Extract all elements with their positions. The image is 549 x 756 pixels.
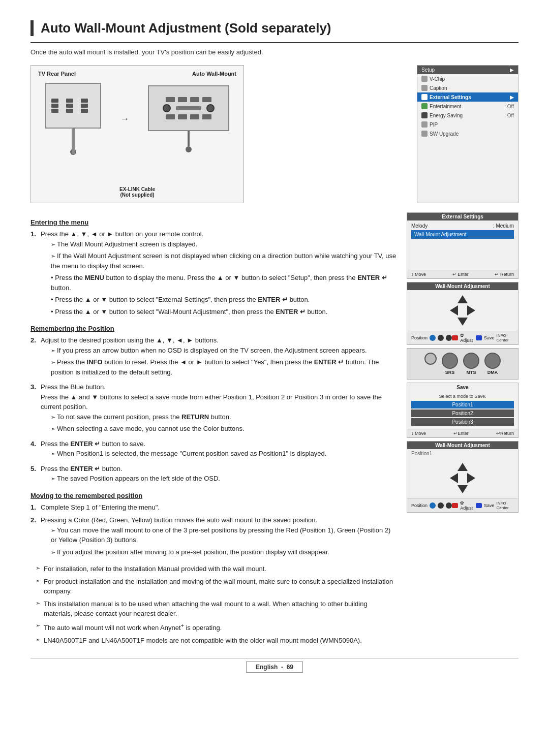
note-3: This installation manual is to be used w… — [36, 599, 396, 619]
move-sub-2b: If you adjust the position after moving … — [51, 547, 396, 557]
arrow-right — [467, 305, 475, 316]
notes-section: For installation, refer to the Installat… — [30, 564, 396, 645]
footer-bar: English - 69 — [30, 658, 518, 673]
direction-arrows-2 — [450, 463, 475, 493]
position-label-1: Position — [411, 335, 428, 340]
move-sub-2a: You can move the wall mount to one of th… — [51, 525, 396, 545]
arrow-down — [458, 318, 468, 326]
setup-menu-entertainment: Entertainment : Off — [417, 102, 518, 111]
melody-row: Melody : Medium — [411, 223, 514, 229]
sub-1a: The Wall Mount Adjustment screen is disp… — [51, 239, 396, 249]
footer-page: 69 — [287, 664, 293, 671]
entering-menu-heading: Entering the menu — [30, 218, 396, 226]
arrow-down-2 — [458, 485, 468, 493]
mts-btn — [463, 353, 479, 369]
arrow-right-2 — [467, 473, 475, 483]
step-1: 1. Press the ▲, ▼, ◄ or ► button on your… — [30, 229, 396, 319]
save-option-2: Position2 — [411, 410, 514, 417]
note-4: The auto wall mount will not work when A… — [36, 621, 396, 633]
move-step-2: 2. Pressing a Color (Red, Green, Yellow)… — [30, 515, 396, 559]
setup-menu-box: Setup ▶ V-Chip Caption · External Settin… — [417, 65, 518, 203]
pos-dot-1 — [430, 335, 436, 341]
save-subtitle: Select a mode to Save. — [411, 394, 514, 399]
ext-settings-footer: ↕ Move ↵ Enter ↩ Return — [407, 270, 518, 278]
btn-blue-1 — [476, 335, 482, 340]
btn-blue-2 — [476, 503, 482, 508]
bullet-1b: Press the ▲ or ▼ button to select "Exter… — [51, 295, 396, 305]
position-label-2: Position — [411, 503, 428, 508]
wall-adj-footer-2: Position ✿ Adjust Save INFO Center — [407, 498, 518, 512]
bullet-1a: Press the MENU button to display the men… — [51, 273, 396, 293]
sub-4a: When Position1 is selected, the message … — [51, 449, 326, 459]
note-1: For installation, refer to the Installat… — [36, 564, 396, 574]
external-settings-title: External Settings — [407, 213, 518, 220]
small-btn-left — [424, 353, 437, 365]
wall-mount-adj-label: Wall-Mount Adjustment — [411, 230, 514, 239]
diagram-box: TV Rear Panel Auto Wall-Mount → — [30, 65, 244, 203]
srs-btn — [442, 353, 458, 369]
wall-adjust-panel-1: Wall-Mount Adjusment Position — [407, 282, 518, 345]
save-panel-footer: ↕ Move ↵Enter ↩Return — [407, 429, 518, 437]
arrow-left — [450, 305, 458, 316]
save-option-1: Position1 — [411, 401, 514, 408]
move-step-1: 1. Complete Step 1 of "Entering the menu… — [30, 502, 396, 513]
save-panel: Save Select a mode to Save. Position1 Po… — [407, 383, 518, 438]
step-2: 2. Adjust to the desired position using … — [30, 335, 396, 379]
color-btn-row-1: ✿ Adjust Save INFO Center — [452, 333, 514, 343]
pos-dot-2a — [430, 502, 436, 509]
wall-adj-footer-1: Position ✿ Adjust Save INFO Center — [407, 331, 518, 344]
sub-1b: If the Wall Mount Adjustment screen is n… — [51, 251, 396, 271]
arrow-up-2 — [458, 463, 468, 471]
footer-language: English — [256, 664, 278, 671]
moving-steps: 1. Complete Step 1 of "Entering the menu… — [30, 502, 396, 559]
mount-label: Auto Wall-Mount — [192, 71, 236, 77]
entering-menu-steps: 1. Press the ▲, ▼, ◄ or ► button on your… — [30, 229, 396, 319]
setup-menu-vcip: V-Chip — [417, 74, 518, 83]
btn-red-1 — [452, 335, 458, 340]
dma-btn — [484, 353, 501, 369]
bullet-1c: Press the ▲ or ▼ button to select "Wall-… — [51, 307, 396, 317]
note-2: For product installation and the install… — [36, 577, 396, 596]
wall-adj-title-1: Wall-Mount Adjusment — [407, 282, 518, 290]
save-option-3: Position3 — [411, 418, 514, 426]
sub-2b: Press the INFO button to reset. Press th… — [51, 357, 396, 377]
step-5: 5. Press the ENTER ↵ button. The saved P… — [30, 464, 396, 486]
pos-dot-2 — [438, 335, 444, 341]
wall-mount-device — [148, 85, 229, 131]
left-content: Entering the menu 1. Press the ▲, ▼, ◄ o… — [30, 212, 396, 648]
pos-dot-2b — [438, 502, 444, 509]
tv-buttons-panel: SRS MTS DMA — [407, 348, 518, 380]
setup-menu-caption: Caption · — [417, 83, 518, 92]
btn-red-2 — [452, 503, 458, 508]
note-5: LN40A500T1F and LN46A500T1F models are n… — [36, 636, 396, 646]
intro-text: Once the auto wall mount is installed, y… — [30, 48, 518, 56]
wall-adjust-panel-2: Wall-Mount Adjusment Position1 Position — [407, 441, 518, 513]
tv-rear-label: TV Rear Panel — [38, 71, 76, 77]
moving-position-heading: Moving to the remembered position — [30, 492, 396, 499]
external-settings-panel: External Settings Melody : Medium Wall-M… — [407, 212, 518, 279]
arrow-up — [458, 295, 468, 303]
right-panels: External Settings Melody : Medium Wall-M… — [407, 212, 518, 648]
exlink-label: EX-LINK Cable (Not supplied) — [38, 186, 236, 198]
step-3: 3. Press the Blue button. Press the ▲ an… — [30, 382, 396, 436]
setup-menu-header: Setup ▶ — [417, 66, 518, 74]
footer-box: English - 69 — [246, 662, 303, 673]
pos-dot-2c — [446, 502, 452, 509]
setup-menu-energy: Energy Saving : Off — [417, 111, 518, 120]
sub-5a: The saved Position appears on the left s… — [51, 474, 220, 484]
remembering-position-heading: Remembering the Position — [30, 325, 396, 332]
arrow-left-2 — [450, 473, 458, 483]
setup-menu-swupgrade: SW Upgrade — [417, 129, 518, 138]
diagram-arrow: → — [120, 114, 129, 124]
sub-2a: If you press an arrow button when no OSD… — [51, 345, 396, 356]
sub-3b: When selecting a save mode, you cannot u… — [51, 424, 396, 434]
tv-rear-panel — [45, 83, 101, 129]
page-title: Auto Wall-Mount Adjustment (Sold separat… — [30, 20, 518, 36]
wall-adj-title-2: Wall-Mount Adjusment — [407, 442, 518, 449]
save-title: Save — [407, 383, 518, 392]
direction-arrows — [450, 295, 475, 326]
setup-menu-external: External Settings ▶ — [417, 92, 518, 102]
setup-menu-pip: PIP — [417, 120, 518, 129]
color-btn-row-2: ✿ Adjust Save INFO Center — [452, 500, 514, 511]
pos-dot-3 — [446, 335, 452, 341]
